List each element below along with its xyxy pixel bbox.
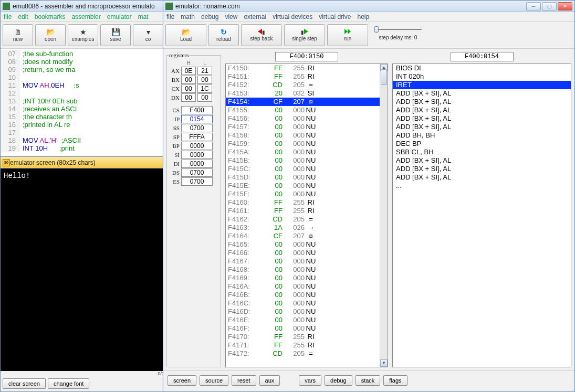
single-step-button[interactable]: ▮single step bbox=[284, 24, 325, 46]
aux-button[interactable]: aux bbox=[259, 375, 280, 386]
step-delay-slider[interactable]: step delay ms: 0 bbox=[374, 24, 422, 40]
reload-button[interactable]: ↻reload bbox=[208, 24, 239, 46]
disasm-row[interactable]: ADD BH, BH bbox=[393, 131, 571, 140]
mem-row[interactable]: F416A:00000NU bbox=[226, 282, 388, 291]
menu-external[interactable]: external bbox=[244, 13, 266, 20]
menu-assembler[interactable]: assembler bbox=[71, 13, 100, 20]
run-button[interactable]: run bbox=[327, 24, 368, 46]
scroll-thumb[interactable] bbox=[381, 69, 387, 85]
debug-button[interactable]: debug bbox=[325, 375, 352, 386]
memory-list[interactable]: F4150:FF255RIF4151:FF255RIF4152:CD205=F4… bbox=[225, 63, 388, 367]
mem-row[interactable]: F416F:00000NU bbox=[226, 324, 388, 333]
code-line[interactable]: 12 bbox=[1, 89, 178, 97]
reg-CS-value[interactable]: F400 bbox=[181, 106, 213, 114]
mem-row[interactable]: F4152:CD205= bbox=[226, 81, 388, 89]
reg-DX-l[interactable]: 00 bbox=[197, 93, 212, 102]
disasm-row[interactable]: ADD [BX + SI], AL bbox=[393, 173, 571, 182]
disasm-row[interactable]: ADD [BX + SI], AL bbox=[393, 106, 571, 114]
scroll-down-icon[interactable]: ▼ bbox=[380, 359, 388, 367]
maximize-button[interactable]: ▢ bbox=[542, 2, 557, 10]
reg-CX-h[interactable]: 00 bbox=[181, 84, 196, 93]
disasm-row[interactable]: ADD [BX + SI], AL bbox=[393, 123, 571, 131]
disasm-list[interactable]: BIOS DIINT 020hIRETADD [BX + SI], ALADD … bbox=[392, 63, 571, 367]
menu-file[interactable]: file bbox=[4, 13, 12, 20]
minimize-button[interactable]: ─ bbox=[526, 2, 541, 10]
memory-address-input[interactable]: F400:0150 bbox=[275, 52, 338, 61]
menu-virtual-drive[interactable]: virtual drive bbox=[319, 13, 351, 20]
menu-debug[interactable]: debug bbox=[201, 13, 218, 20]
mem-row[interactable]: F4172:CD205= bbox=[226, 349, 388, 358]
mem-row[interactable]: F416C:00000NU bbox=[226, 299, 388, 308]
mem-row[interactable]: F4171:FF255RI bbox=[226, 341, 388, 349]
mem-row[interactable]: F4160:FF255RI bbox=[226, 198, 388, 207]
code-line[interactable]: 18MOV AL,'H' ;ASCII bbox=[1, 136, 178, 144]
mem-row[interactable]: F4162:CD205= bbox=[226, 215, 388, 224]
disasm-row[interactable]: SBB CL, BH bbox=[393, 148, 571, 156]
mem-row[interactable]: F4158:00000NU bbox=[226, 131, 388, 140]
load-button[interactable]: 📂Load bbox=[165, 24, 206, 46]
menu-edit[interactable]: edit bbox=[18, 13, 28, 20]
code-line[interactable]: 17 bbox=[1, 129, 178, 136]
mem-row[interactable]: F4170:FF255RI bbox=[226, 333, 388, 341]
open-button[interactable]: 📂open bbox=[35, 24, 66, 46]
mem-row[interactable]: F4154:CF207¤ bbox=[226, 98, 388, 106]
code-editor[interactable]: 07;the sub-function08;does not modify 09… bbox=[1, 49, 178, 156]
menu-view[interactable]: view bbox=[225, 13, 237, 20]
disasm-row[interactable]: INT 020h bbox=[393, 72, 571, 81]
mem-row[interactable]: F4161:FF255RI bbox=[226, 207, 388, 215]
reset-button[interactable]: reset bbox=[232, 375, 256, 386]
mem-row[interactable]: F4167:00000NU bbox=[226, 257, 388, 266]
reg-BX-h[interactable]: 00 bbox=[181, 76, 196, 84]
menu-bookmarks[interactable]: bookmarks bbox=[35, 13, 66, 20]
mem-row[interactable]: F4168:00000NU bbox=[226, 266, 388, 274]
code-line[interactable]: 08;does not modify bbox=[1, 58, 178, 66]
menu-virtual-devices[interactable]: virtual devices bbox=[273, 13, 312, 20]
menu-emulator[interactable]: emulator bbox=[107, 13, 132, 20]
menu-help[interactable]: help bbox=[358, 13, 370, 20]
memory-scrollbar[interactable]: ▲ ▼ bbox=[380, 64, 388, 367]
disasm-row[interactable]: ADD [BX + SI], AL bbox=[393, 165, 571, 173]
code-line[interactable]: 16;printed in AL re bbox=[1, 121, 178, 129]
save-button[interactable]: 💾save bbox=[100, 24, 131, 46]
disasm-row[interactable]: IRET bbox=[393, 81, 571, 89]
mem-row[interactable]: F415E:00000NU bbox=[226, 182, 388, 190]
reg-IP-value[interactable]: 0154 bbox=[181, 115, 213, 123]
disasm-row[interactable]: ADD [BX + SI], AL bbox=[393, 156, 571, 165]
code-line[interactable]: 15;the character th bbox=[1, 113, 178, 121]
mem-row[interactable]: F4165:00000NU bbox=[226, 240, 388, 249]
reg-SI-value[interactable]: 0000 bbox=[181, 151, 213, 159]
mem-row[interactable]: F4150:FF255RI bbox=[226, 64, 388, 72]
disasm-row[interactable]: ADD [BX + SI], AL bbox=[393, 114, 571, 123]
step-back-button[interactable]: ▮step back bbox=[241, 24, 282, 46]
mem-row[interactable]: F415B:00000NU bbox=[226, 156, 388, 165]
disasm-row[interactable]: ADD [BX + SI], AL bbox=[393, 98, 571, 106]
mem-row[interactable]: F415F:00000NU bbox=[226, 190, 388, 198]
disasm-row[interactable]: DEC BP bbox=[393, 140, 571, 148]
source-button[interactable]: source bbox=[200, 375, 228, 386]
reg-AX-l[interactable]: 21 bbox=[197, 67, 212, 75]
code-line[interactable]: 14;receives an ASCI bbox=[1, 105, 178, 113]
disasm-address-input[interactable]: F400:0154 bbox=[451, 52, 514, 61]
code-line[interactable]: 10 bbox=[1, 73, 178, 81]
close-button[interactable]: ✕ bbox=[558, 2, 572, 10]
disasm-row[interactable]: ADD [BX + SI], AL bbox=[393, 89, 571, 98]
mem-row[interactable]: F415D:00000NU bbox=[226, 173, 388, 182]
mem-row[interactable]: F4159:00000NU bbox=[226, 140, 388, 148]
code-line[interactable]: 13;INT 10h/ 0Eh sub bbox=[1, 97, 178, 105]
mem-row[interactable]: F415C:00000NU bbox=[226, 165, 388, 173]
stack-button[interactable]: stack bbox=[356, 375, 381, 386]
code-line[interactable]: 19INT 10H ;print bbox=[1, 144, 178, 152]
disasm-row[interactable]: BIOS DI bbox=[393, 64, 571, 72]
flags-button[interactable]: flags bbox=[383, 375, 407, 386]
mem-row[interactable]: F4156:00000NU bbox=[226, 114, 388, 123]
mem-row[interactable]: F4164:CF207¤ bbox=[226, 232, 388, 240]
mem-row[interactable]: F4166:00000NU bbox=[226, 249, 388, 257]
code-line[interactable]: 09;return, so we ma bbox=[1, 66, 178, 73]
mem-row[interactable]: F415A:00000NU bbox=[226, 148, 388, 156]
reg-AX-h[interactable]: 0E bbox=[181, 67, 196, 75]
code-line[interactable]: 07;the sub-function bbox=[1, 50, 178, 58]
reg-DS-value[interactable]: 0700 bbox=[181, 168, 213, 177]
mem-row[interactable]: F4153:20032SI bbox=[226, 89, 388, 98]
co-button[interactable]: ▾co bbox=[133, 24, 163, 46]
mem-row[interactable]: F416E:00000NU bbox=[226, 316, 388, 324]
